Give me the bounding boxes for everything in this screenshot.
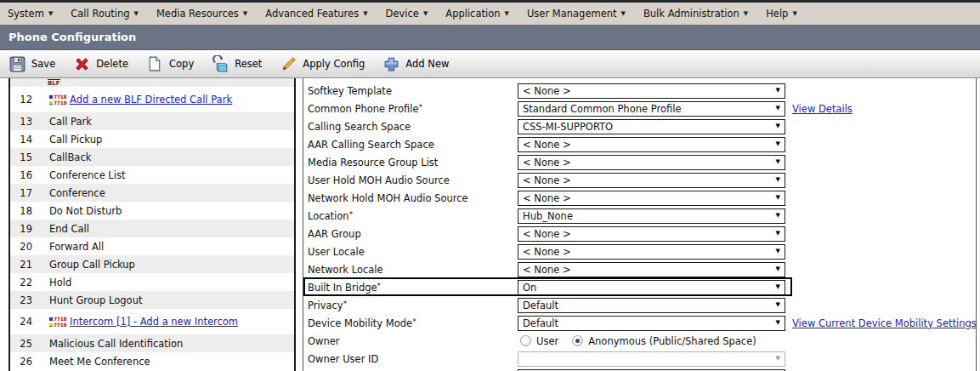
delete-icon: [72, 54, 91, 73]
apply-config-button[interactable]: Apply Config: [279, 54, 365, 73]
field-label: Device Mobility Mode*: [308, 317, 518, 329]
chevron-down-icon: ▼: [621, 11, 626, 17]
chevron-down-icon: ▼: [792, 11, 796, 17]
field-label: User Hold MOH Audio Source: [308, 174, 518, 186]
dropdown-arrow-icon: ▼: [776, 195, 780, 201]
list-item-label: Do Not Disturb: [49, 205, 122, 217]
list-item-23: 23Hunt Group Logout: [10, 291, 294, 309]
add-a-new-blf-directed-call-park-link[interactable]: Add a new BLF Directed Call Park: [70, 94, 232, 106]
dropdown-arrow-icon: ▼: [776, 356, 780, 362]
menu-item-call-routing[interactable]: Call Routing▼: [71, 8, 139, 20]
list-item-label: Hold: [49, 277, 71, 288]
field-label: Network Hold MOH Audio Source: [308, 192, 518, 204]
list-item-label: Malicious Call Identification: [49, 338, 183, 350]
reset-button[interactable]: Reset: [211, 54, 262, 73]
menu-item-media-resources[interactable]: Media Resources▼: [156, 8, 247, 20]
selected-value: Standard Common Phone Profile: [523, 103, 681, 115]
calling-search-space-select[interactable]: CSS-MI-SUPPORTO▼: [518, 119, 785, 134]
required-asterisk: *: [349, 210, 354, 219]
network-locale-select[interactable]: < None >▼: [518, 262, 785, 277]
menu-item-advanced-features[interactable]: Advanced Features▼: [265, 8, 367, 20]
field-label-text: AAR Calling Search Space: [308, 139, 434, 151]
menu-item-help[interactable]: Help▼: [766, 8, 797, 20]
row-number: 24: [10, 316, 37, 328]
line-number-top: 7718: [54, 94, 67, 100]
main-menubar: System▼Call Routing▼Media Resources▼Adva…: [0, 3, 980, 25]
form-row-built-in-bridge: Built In Bridge*On▼: [303, 278, 976, 296]
line-appearance-icon: 77187719: [49, 316, 67, 328]
row-label-cell: Meet Me Conference: [37, 356, 150, 368]
list-item-12: 1277187719Add a new BLF Directed Call Pa…: [10, 87, 294, 112]
built-in-bridge-select[interactable]: On▼: [518, 280, 785, 295]
row-number: 20: [10, 241, 37, 253]
required-asterisk: *: [377, 282, 382, 290]
list-item-label: Conference List: [49, 169, 125, 181]
list-item-20: 20Forward All: [10, 237, 294, 255]
menu-item-user-management[interactable]: User Management▼: [527, 8, 626, 20]
list-item-label: Call Pickup: [49, 134, 102, 146]
form-row-owner: OwnerUserAnonymous (Public/Shared Space): [303, 332, 976, 350]
field-label: Media Resource Group List: [308, 157, 518, 168]
menu-item-system[interactable]: System▼: [8, 8, 53, 20]
softkey-template-select[interactable]: < None >▼: [518, 83, 785, 99]
row-label-cell: 77187719Add a new BLF Directed Call Park: [37, 94, 232, 106]
location-select[interactable]: Hub_None▼: [518, 208, 785, 224]
list-item-21: 21Group Call Pickup: [10, 255, 294, 273]
row-label-cell: Call Pickup: [37, 134, 102, 146]
content-area: BLF 1277187719Add a new BLF Directed Cal…: [0, 78, 980, 371]
field-label: Network Locale: [308, 264, 518, 276]
selected-value: < None >: [523, 174, 571, 186]
line-number-top: 7718: [54, 316, 67, 322]
list-item-label: Forward All: [49, 241, 104, 253]
list-item-26: 26Meet Me Conference: [10, 352, 294, 370]
field-label-text: Network Locale: [308, 264, 383, 276]
radio-user[interactable]: [520, 335, 531, 346]
line-appearance-icon: 77187719: [49, 94, 67, 106]
aar-calling-search-space-select[interactable]: < None >▼: [518, 137, 785, 152]
media-resource-group-list-select[interactable]: < None >▼: [518, 155, 785, 170]
apply-config-icon: [279, 54, 297, 73]
add-new-label: Add New: [405, 58, 449, 70]
menu-item-application[interactable]: Application▼: [445, 8, 509, 20]
user-hold-moh-audio-source-select[interactable]: < None >▼: [518, 173, 785, 188]
aar-group-select[interactable]: < None >▼: [518, 226, 785, 242]
chevron-down-icon: ▼: [505, 11, 509, 17]
chevron-down-icon: ▼: [48, 11, 53, 17]
menu-item-device[interactable]: Device▼: [386, 8, 428, 20]
list-item-partial: BLF: [10, 78, 294, 87]
delete-button[interactable]: Delete: [72, 54, 128, 73]
field-label: Location*: [308, 210, 518, 222]
field-label-text: Media Resource Group List: [308, 157, 438, 168]
yellow-line-dot-icon: [49, 101, 53, 105]
dropdown-arrow-icon: ▼: [776, 266, 780, 272]
privacy-select[interactable]: Default▼: [518, 298, 785, 313]
save-button[interactable]: Save: [8, 54, 55, 73]
view-details-link[interactable]: View Details: [792, 103, 853, 115]
field-label-text: Softkey Template: [308, 85, 392, 97]
menu-item-bulk-administration[interactable]: Bulk Administration▼: [643, 8, 748, 20]
required-asterisk: *: [412, 317, 416, 326]
row-label-cell: End Call: [37, 223, 89, 235]
field-label-text: User Hold MOH Audio Source: [308, 174, 450, 186]
user-locale-select[interactable]: < None >▼: [518, 244, 785, 260]
row-number: 25: [10, 338, 37, 350]
reset-label: Reset: [235, 58, 262, 70]
copy-button[interactable]: Copy: [145, 54, 194, 73]
device-mobility-mode-select[interactable]: Default▼: [518, 316, 785, 331]
common-phone-profile-select[interactable]: Standard Common Phone Profile▼: [518, 101, 785, 117]
selected-value: Default: [523, 317, 558, 329]
copy-icon: [145, 54, 164, 73]
radio-anonymous-public-shared-space[interactable]: [572, 335, 583, 346]
titlebar: Phone Configuration: [0, 25, 980, 50]
add-new-button[interactable]: Add New: [382, 54, 449, 73]
toolbar: Save Delete Copy: [0, 50, 980, 78]
field-label-text: Network Hold MOH Audio Source: [308, 192, 468, 204]
intercom-1-add-a-new-intercom-link[interactable]: Intercom [1] - Add a new Intercom: [70, 316, 238, 328]
form-row-user-hold-moh-audio-source: User Hold MOH Audio Source< None >▼: [303, 171, 976, 189]
view-current-device-mobility-settings-link[interactable]: View Current Device Mobility Settings: [792, 317, 977, 329]
menu-item-label: Call Routing: [71, 8, 129, 20]
selected-value: < None >: [523, 139, 571, 151]
radio-label: Anonymous (Public/Shared Space): [588, 335, 756, 347]
network-hold-moh-audio-source-select[interactable]: < None >▼: [518, 191, 785, 206]
selected-value: < None >: [523, 264, 571, 276]
